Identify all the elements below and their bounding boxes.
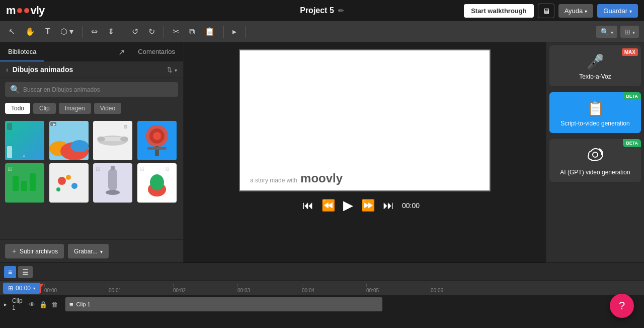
sidebar-search[interactable]: 🔍 [5,82,178,97]
separator-4 [223,26,224,38]
search-input[interactable] [23,86,173,93]
rewind-button[interactable]: ⏪ [321,199,335,212]
back-button[interactable]: ‹ [6,65,9,74]
edit-icon[interactable]: ✏ [338,7,344,15]
fast-forward-button[interactable]: ⏩ [361,199,375,212]
text-tool[interactable]: T [42,25,54,38]
track-lock-btn[interactable]: 🔒 [38,300,48,309]
upload-button[interactable]: ＋ Subir archivos [5,244,64,258]
svg-rect-26 [21,181,27,191]
beta-badge-2: BETA [623,139,641,147]
tab-comentarios[interactable]: Comentarios [130,42,183,61]
panel-card-script[interactable]: BETA 📋 Script-to-video generation [549,92,641,133]
ruler-mark-4: 00:04 [302,284,366,293]
asset-item[interactable]: ≡ [5,121,44,160]
filter-all[interactable]: Todo [5,103,30,114]
forward-button[interactable]: ▸ [229,25,240,38]
align-h-tool[interactable]: ⇔ [88,25,101,38]
ayuda-label: Ayuda [565,7,583,15]
pan-tool[interactable]: ✋ [22,25,39,38]
redo-button[interactable]: ↻ [145,25,158,38]
play-button[interactable]: ▶ [343,198,353,213]
track-body: ≡ Clip 1 [65,295,644,313]
timeline-view-btn-2[interactable]: ☰ [18,266,33,278]
paste-button[interactable]: 📋 [201,25,218,38]
svg-point-15 [120,137,128,142]
track-label: Clip 1 👁 🔒 🗑 [0,297,65,311]
ayuda-button[interactable]: Ayuda [558,4,594,18]
asset-item[interactable]: 🖼 🖼 [137,163,177,203]
filter-imagen[interactable]: Imagen [59,103,91,114]
panel-card-tts[interactable]: MAX 🎤 Texto-a-Voz [549,45,641,86]
search-chevron [611,28,613,36]
svg-text:🖼: 🖼 [96,167,100,172]
skip-end-button[interactable]: ⏭ [383,199,394,212]
logo-text2: vly [31,4,45,17]
search-button[interactable]: 🔍 [596,26,617,38]
help-button[interactable]: ? [610,294,634,318]
cut-button[interactable]: ✂ [169,25,183,38]
select-tool[interactable]: ↖ [5,25,19,38]
time-display: 00:00 [402,202,427,210]
svg-point-8 [70,140,89,152]
filter-clip[interactable]: Clip [33,103,56,114]
svg-rect-34 [108,168,117,191]
walkthrough-button[interactable]: Start walkthrough [464,4,534,18]
shape-tool[interactable]: ⬡ ▾ [57,25,77,38]
svg-rect-36 [111,166,115,170]
undo-button[interactable]: ↺ [128,25,142,38]
expand-icon[interactable]: ↗ [113,42,130,61]
sort-button[interactable]: ⇅ [167,66,177,74]
playback-controls: ⏮ ⏪ ▶ ⏩ ⏭ 00:00 [302,198,427,213]
record-chevron [100,248,103,255]
track-delete-btn[interactable]: 🗑 [50,300,59,309]
separator-2 [123,26,123,38]
ruler-time-button[interactable]: ⊞ 00:00 ▾ [3,283,40,294]
svg-point-31 [66,175,71,180]
track-visibility-btn[interactable]: 👁 [28,300,36,309]
svg-point-14 [97,137,105,142]
canvas-wrapper[interactable]: a story made with moovly [239,49,491,191]
asset-item[interactable]: 🖼 [93,121,132,160]
asset-item[interactable] [137,121,177,160]
monitor-button[interactable]: 🖥 [538,4,554,18]
asset-item[interactable]: ▶ [49,121,89,160]
canvas-watermark: a story made with [250,177,297,184]
canvas-area: a story made with moovly ⏮ ⏪ ▶ ⏩ ⏭ 00:00 [184,42,546,263]
plus-icon: ＋ [11,247,17,255]
mic-icon: 🎤 [587,53,604,70]
filter-video[interactable]: Video [94,103,121,114]
ruler-mark-2: 00:02 [173,284,237,293]
skip-start-button[interactable]: ⏮ [302,199,313,212]
copy-button[interactable]: ⧉ [186,25,198,38]
svg-rect-22 [147,147,167,150]
asset-item[interactable]: 🖼 [5,163,44,203]
toolbar: ↖ ✋ T ⬡ ▾ ⇔ ⇕ ↺ ↻ ✂ ⧉ 📋 ▸ 🔍 ⊞ [0,21,644,42]
tts-label: Texto-a-Voz [579,73,611,80]
timeline-ruler: ⊞ 00:00 ▾ 00:00 00:01 00:02 00:03 00:04 … [0,281,644,295]
main-layout: Biblioteca ↗ Comentarios ‹ Dibujos anima… [0,42,644,263]
track-expand-icon[interactable] [4,301,9,308]
track-clip[interactable]: ≡ Clip 1 [65,297,382,311]
grid-button[interactable]: ⊞ [620,26,639,38]
filter-row: Todo Clip Imagen Video [0,101,183,118]
project-title: Project 5 [300,6,334,15]
guardar-button[interactable]: Guardar [597,4,638,18]
sidebar-header: ‹ Dibujos animados ⇅ [0,61,183,78]
svg-rect-3 [7,123,12,130]
align-v-tool[interactable]: ⇕ [104,25,118,38]
playhead[interactable] [40,284,41,293]
svg-point-29 [58,177,66,185]
asset-item[interactable]: 🖼 [93,163,132,203]
record-button[interactable]: Grabar... [68,244,109,258]
asset-item[interactable] [49,163,89,203]
script-icon: 📋 [587,100,604,117]
track-name: Clip 1 [12,297,25,311]
svg-rect-28 [49,163,89,203]
ruler-mark-0: 00:00 [44,284,109,293]
logo: m vly [6,4,44,17]
svg-text:▶: ▶ [53,123,56,126]
tab-biblioteca[interactable]: Biblioteca [0,42,44,61]
timeline-view-btn-1[interactable]: ≡ [4,266,16,278]
panel-card-ai[interactable]: BETA AI (GPT) video generation [549,139,641,182]
